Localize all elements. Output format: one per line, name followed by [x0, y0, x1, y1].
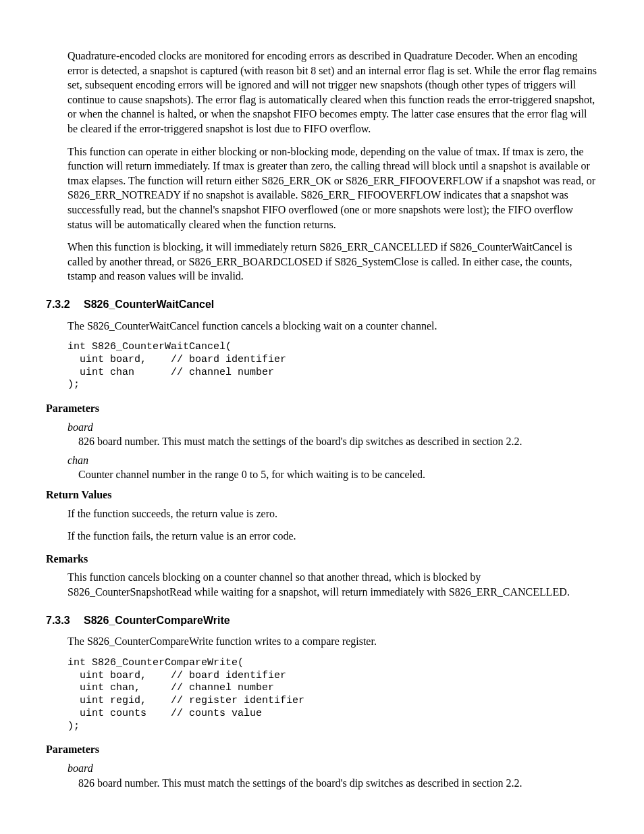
section-heading-732: 7.3.2S826_CounterWaitCancel	[46, 297, 598, 312]
param-name-chan: chan	[68, 453, 598, 468]
param-desc-board-733: 826 board number. This must match the se…	[78, 776, 598, 791]
section-number: 7.3.3	[46, 613, 84, 628]
return-success-text: If the function succeeds, the return val…	[46, 506, 598, 521]
section-732-desc: The S826_CounterWaitCancel function canc…	[46, 319, 598, 334]
return-fail-text: If the function fails, the return value …	[46, 529, 598, 544]
section-number: 7.3.2	[46, 297, 84, 312]
intro-paragraph-3: When this function is blocking, it will …	[46, 240, 598, 284]
parameters-label-732: Parameters	[46, 401, 598, 416]
parameters-label-733: Parameters	[46, 742, 598, 757]
remarks-label-732: Remarks	[46, 552, 598, 567]
code-block-733: int S826_CounterCompareWrite( uint board…	[68, 657, 598, 733]
param-name-board: board	[68, 420, 598, 435]
param-desc-board: 826 board number. This must match the se…	[78, 434, 598, 449]
remarks-text-732: This function cancels blocking on a coun…	[46, 570, 598, 599]
return-values-label-732: Return Values	[46, 488, 598, 502]
intro-paragraph-2: This function can operate in either bloc…	[46, 145, 598, 232]
section-733-desc: The S826_CounterCompareWrite function wr…	[46, 634, 598, 649]
param-desc-chan: Counter channel number in the range 0 to…	[78, 467, 598, 482]
code-block-732: int S826_CounterWaitCancel( uint board, …	[68, 341, 598, 392]
section-title: S826_CounterCompareWrite	[84, 615, 230, 626]
param-name-board-733: board	[68, 761, 598, 776]
intro-paragraph-1: Quadrature-encoded clocks are monitored …	[46, 49, 598, 136]
section-heading-733: 7.3.3S826_CounterCompareWrite	[46, 613, 598, 628]
section-title: S826_CounterWaitCancel	[84, 298, 214, 310]
